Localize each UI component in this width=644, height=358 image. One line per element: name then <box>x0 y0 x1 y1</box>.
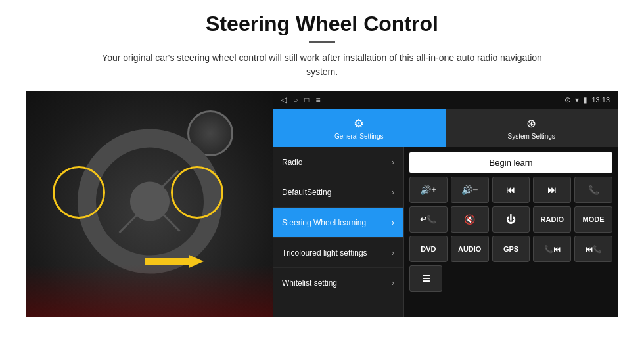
android-ui: ◁ ○ □ ≡ ⊙ ▾ ▮ 13:13 ⚙ General Settings <box>273 91 618 317</box>
prev-call-btn[interactable]: ⏮📞 <box>574 236 612 262</box>
control-grid: 🔊+ 🔊− ⏮ ⏭ 📞 ↩📞 🔇 ⏻ RADIO MODE <box>409 177 612 292</box>
status-time: 13:13 <box>591 96 610 104</box>
menu-whitelist-arrow: › <box>392 279 394 288</box>
menu-item-radio[interactable]: Radio › <box>273 147 403 177</box>
status-bar-left: ◁ ○ □ ≡ <box>281 95 321 104</box>
battery-icon: ▮ <box>583 95 587 104</box>
begin-learn-row: Begin learn <box>409 152 612 173</box>
title-divider <box>309 41 335 43</box>
tab-general[interactable]: ⚙ General Settings <box>273 109 446 147</box>
tab-system[interactable]: ⊛ System Settings <box>446 109 618 147</box>
menu-tricolour-label: Tricoloured light settings <box>282 248 367 257</box>
android-main: Radio › DefaultSetting › Steering Wheel … <box>273 147 618 317</box>
right-panel: Begin learn 🔊+ 🔊− ⏮ ⏭ 📞 ↩ <box>404 147 618 317</box>
back-icon[interactable]: ◁ <box>281 95 287 104</box>
vol-down-btn[interactable]: 🔊− <box>451 177 489 203</box>
mode-btn[interactable]: MODE <box>574 206 612 233</box>
steering-wheel-image <box>26 91 273 317</box>
gps-btn[interactable]: GPS <box>492 236 530 262</box>
audio-btn[interactable]: AUDIO <box>451 236 489 262</box>
menu-steering-arrow: › <box>392 218 394 227</box>
main-content: ◁ ○ □ ≡ ⊙ ▾ ▮ 13:13 ⚙ General Settings <box>26 91 618 317</box>
tab-general-label: General Settings <box>334 133 384 140</box>
menu-radio-label: Radio <box>282 158 302 167</box>
power-btn[interactable]: ⏻ <box>492 206 530 233</box>
prev-btn[interactable]: ⏮ <box>492 177 530 203</box>
location-icon: ⊙ <box>564 95 571 104</box>
next-btn[interactable]: ⏭ <box>533 177 571 203</box>
menu-item-steering[interactable]: Steering Wheel learning › <box>273 208 403 238</box>
menu-list: Radio › DefaultSetting › Steering Wheel … <box>273 147 404 317</box>
wifi-icon: ▾ <box>575 95 579 104</box>
status-bar: ◁ ○ □ ≡ ⊙ ▾ ▮ 13:13 <box>273 91 618 109</box>
menu-whitelist-label: Whitelist setting <box>282 279 337 288</box>
menu-radio-arrow: › <box>392 158 394 167</box>
recents-icon[interactable]: □ <box>304 95 309 104</box>
bottom-icon-btn[interactable]: ☰ <box>409 265 442 292</box>
menu-item-tricolour[interactable]: Tricoloured light settings › <box>273 238 403 268</box>
page-subtitle: Your original car's steering wheel contr… <box>92 51 552 79</box>
control-row-1: 🔊+ 🔊− ⏮ ⏭ 📞 <box>409 177 612 203</box>
menu-icon[interactable]: ≡ <box>316 95 321 104</box>
gear-icon: ⚙ <box>354 116 364 131</box>
control-row-4: ☰ <box>409 265 612 292</box>
arrow-pointer <box>145 245 223 278</box>
page-title: Steering Wheel Control <box>206 12 438 36</box>
menu-steering-label: Steering Wheel learning <box>282 218 366 227</box>
left-button-circle <box>53 166 105 219</box>
call-prev-btn[interactable]: 📞⏮ <box>533 236 571 262</box>
call-btn[interactable]: 📞 <box>574 177 612 203</box>
system-icon: ⊛ <box>526 116 536 131</box>
tab-bar: ⚙ General Settings ⊛ System Settings <box>273 109 618 147</box>
menu-default-label: DefaultSetting <box>282 188 331 197</box>
menu-tricolour-arrow: › <box>392 248 394 257</box>
menu-default-arrow: › <box>392 188 394 197</box>
radio-btn[interactable]: RADIO <box>533 206 571 233</box>
hangup-btn[interactable]: ↩📞 <box>409 206 448 233</box>
home-icon[interactable]: ○ <box>293 95 298 104</box>
mute-btn[interactable]: 🔇 <box>451 206 489 233</box>
dvd-btn[interactable]: DVD <box>409 236 448 262</box>
vol-up-btn[interactable]: 🔊+ <box>409 177 448 203</box>
tab-system-label: System Settings <box>508 133 555 140</box>
menu-item-whitelist[interactable]: Whitelist setting › <box>273 268 403 298</box>
status-bar-right: ⊙ ▾ ▮ 13:13 <box>564 95 610 104</box>
menu-item-default[interactable]: DefaultSetting › <box>273 177 403 208</box>
begin-learn-button[interactable]: Begin learn <box>409 152 612 173</box>
control-row-2: ↩📞 🔇 ⏻ RADIO MODE <box>409 206 612 233</box>
right-button-circle <box>171 166 223 219</box>
control-row-3: DVD AUDIO GPS 📞⏮ ⏮📞 <box>409 236 612 262</box>
